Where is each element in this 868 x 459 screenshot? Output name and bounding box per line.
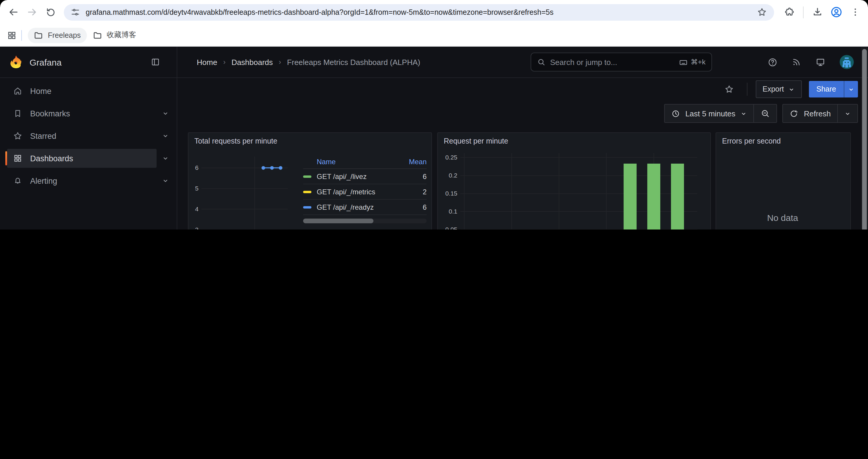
bookmark-icon: [13, 109, 23, 118]
chevron-down-icon: [741, 110, 747, 117]
grafana-topbar: Grafana Home › Dashboards › Freeleaps Me…: [0, 47, 868, 78]
profile-button[interactable]: [827, 3, 845, 22]
time-range-picker[interactable]: Last 5 minutes: [665, 104, 754, 122]
user-avatar[interactable]: [840, 55, 854, 69]
dock-menu-button[interactable]: [151, 57, 160, 67]
breadcrumb-home[interactable]: Home: [197, 58, 217, 66]
refresh-button[interactable]: Refresh: [783, 104, 837, 122]
forward-button[interactable]: [23, 3, 41, 22]
apps-grid-icon[interactable]: [7, 30, 17, 40]
sidebar-item-bookmarks[interactable]: Bookmarks: [7, 104, 174, 123]
total-requests-chart[interactable]: 6543217:40: [192, 147, 300, 230]
panel-title[interactable]: Request per minute: [438, 133, 710, 147]
legend-row[interactable]: GET /api/_/readyz 6: [303, 200, 427, 215]
monitor-icon[interactable]: [815, 57, 826, 67]
panel-title[interactable]: Total requests per minute: [188, 133, 431, 147]
zoom-out-icon: [761, 109, 770, 118]
legend-header-name[interactable]: Name: [303, 158, 392, 166]
sidebar-item-label: Dashboards: [30, 154, 73, 163]
rss-news-icon[interactable]: [792, 57, 801, 67]
bookmark-blog-folder[interactable]: 收藏博客: [87, 27, 142, 43]
chevron-down-icon[interactable]: [157, 177, 174, 184]
breadcrumb-current: Freeleaps Metrics Dashboard (ALPHA): [287, 58, 421, 66]
download-icon: [812, 6, 823, 18]
chevron-down-icon[interactable]: [157, 155, 174, 162]
screen: grafana.mathmast.com/d/deytv4rwavabkb/fr…: [0, 0, 868, 230]
sidebar-item-label: Home: [30, 87, 52, 95]
svg-text:4: 4: [195, 205, 198, 212]
request-per-minute-chart[interactable]: 00.050.10.150.20.2517:37:0017:38:0017:39…: [441, 147, 706, 230]
legend-header-mean[interactable]: Mean: [392, 158, 427, 166]
breadcrumb-dashboards[interactable]: Dashboards: [231, 58, 273, 66]
bookmark-label: Freeleaps: [48, 31, 81, 39]
brand-zone: Grafana: [0, 47, 177, 77]
page-scrollbar-thumb[interactable]: [862, 49, 867, 230]
bookmarks-bar: Freeleaps 收藏博客: [0, 24, 868, 47]
svg-text:6: 6: [195, 164, 198, 171]
url-bar[interactable]: grafana.mathmast.com/d/deytv4rwavabkb/fr…: [64, 4, 774, 21]
screen-corner-left: [0, 0, 7, 7]
search-input[interactable]: Search or jump to... ⌘+k: [531, 53, 712, 71]
series-swatch: [303, 191, 311, 193]
panel-title[interactable]: Errors per second: [716, 133, 850, 147]
grafana-body: Home Bookmarks Starred: [0, 78, 868, 230]
downloads-button[interactable]: [808, 3, 827, 22]
url-text[interactable]: grafana.mathmast.com/d/deytv4rwavabkb/fr…: [86, 8, 751, 16]
mega-menu: Home Bookmarks Starred: [0, 78, 177, 230]
legend-row[interactable]: GET /api/_/livez 6: [303, 169, 427, 184]
svg-text:3: 3: [195, 226, 198, 230]
refresh-group: Refresh: [783, 104, 858, 123]
series-swatch: [303, 206, 311, 208]
refresh-label: Refresh: [804, 109, 831, 118]
refresh-icon: [790, 109, 799, 118]
extensions-button[interactable]: [780, 3, 799, 22]
svg-text:0.1: 0.1: [449, 208, 457, 215]
browser-toolbar: grafana.mathmast.com/d/deytv4rwavabkb/fr…: [0, 0, 868, 24]
dashboards-grid-icon: [13, 154, 23, 163]
topbar-icons: [768, 47, 854, 77]
sidebar-item-alerting[interactable]: Alerting: [7, 171, 174, 190]
favorite-star-button[interactable]: [719, 85, 738, 94]
search-placeholder: Search or jump to...: [550, 58, 679, 66]
chevron-down-icon[interactable]: [157, 132, 174, 139]
time-picker-group: Last 5 minutes: [664, 104, 777, 123]
sidebar-item-home[interactable]: Home: [7, 81, 174, 100]
chevron-down-icon: [844, 110, 851, 117]
sidebar-item-starred[interactable]: Starred: [7, 126, 174, 145]
clock-icon: [671, 109, 680, 118]
chevron-down-icon: [848, 86, 855, 93]
sidebar-item-label: Alerting: [30, 176, 57, 185]
help-icon[interactable]: [768, 57, 778, 67]
sidebar-item-label: Bookmarks: [30, 109, 70, 118]
export-button[interactable]: Export: [755, 80, 802, 98]
svg-text:0.25: 0.25: [445, 154, 457, 161]
panel-errors-per-second: Errors per second No data: [716, 132, 851, 230]
legend-scrollbar-thumb[interactable]: [303, 219, 373, 223]
breadcrumb-separator: ›: [223, 58, 225, 66]
svg-text:5: 5: [195, 185, 198, 192]
grafana-logo[interactable]: [9, 55, 23, 69]
bookmark-star-icon[interactable]: [757, 7, 767, 17]
svg-text:0.05: 0.05: [445, 226, 457, 230]
panel-request-per-minute: Request per minute 00.050.10.150.20.2517…: [437, 132, 711, 230]
site-info-icon[interactable]: [71, 8, 80, 17]
time-range-label: Last 5 minutes: [685, 109, 735, 118]
page-scrollbar[interactable]: [861, 47, 868, 230]
star-icon: [724, 85, 734, 94]
legend-scrollbar[interactable]: [303, 219, 427, 223]
bell-icon: [13, 176, 23, 186]
refresh-interval-button[interactable]: [837, 104, 857, 122]
chevron-down-icon[interactable]: [157, 110, 174, 117]
no-data-message: No data: [720, 147, 845, 230]
search-shortcut: ⌘+k: [679, 58, 706, 66]
brand-name[interactable]: Grafana: [30, 57, 61, 67]
profile-icon: [830, 6, 842, 18]
zoom-out-button[interactable]: [754, 104, 777, 122]
reload-button[interactable]: [41, 3, 60, 22]
series-swatch: [303, 175, 311, 177]
bookmark-freeleaps[interactable]: Freeleaps: [28, 28, 87, 43]
legend-row[interactable]: GET /api/_/metrics 2: [303, 184, 427, 200]
share-button[interactable]: Share: [809, 81, 858, 97]
share-menu-button[interactable]: [844, 81, 858, 97]
sidebar-item-dashboards[interactable]: Dashboards: [7, 149, 174, 168]
